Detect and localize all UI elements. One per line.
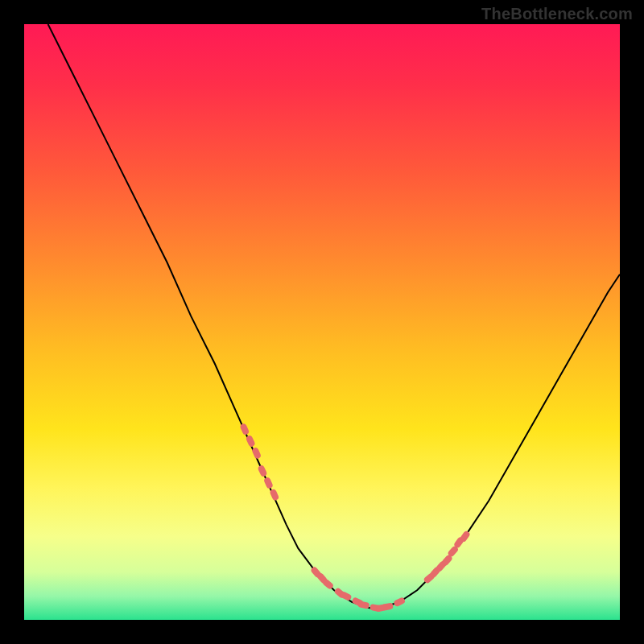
plot-area	[24, 24, 620, 620]
watermark-text: TheBottleneck.com	[481, 5, 633, 23]
curve-markers	[239, 423, 471, 612]
curve-layer	[24, 24, 620, 620]
curve-marker	[239, 423, 250, 436]
curve-marker	[382, 602, 394, 611]
chart-stage: TheBottleneck.com	[0, 0, 644, 644]
curve-marker	[357, 601, 369, 609]
bottleneck-curve	[48, 24, 620, 608]
curve-marker	[257, 464, 267, 477]
curve-marker	[263, 477, 274, 489]
